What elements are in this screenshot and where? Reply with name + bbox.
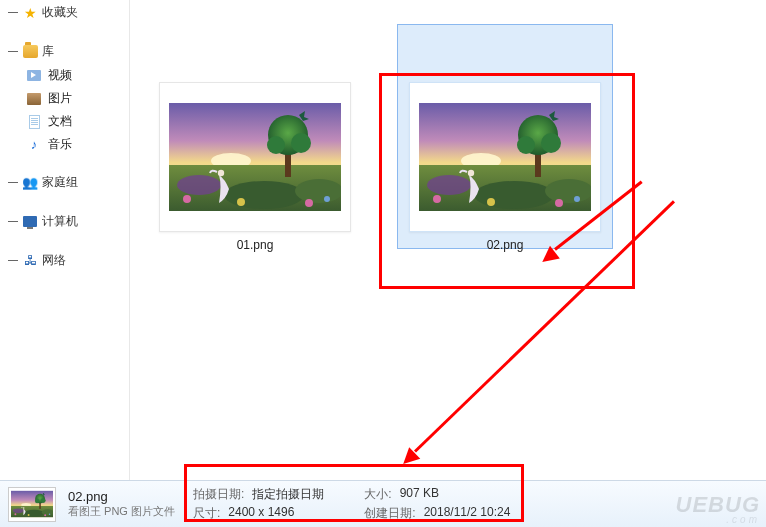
sidebar-computer-header[interactable]: 计算机: [0, 209, 129, 234]
music-icon: ♪: [26, 137, 42, 153]
star-icon: ★: [22, 5, 38, 21]
sidebar-item-videos[interactable]: 视频: [0, 64, 129, 87]
file-thumbnail[interactable]: 02.png: [409, 82, 601, 252]
details-bar: 02.png 看图王 PNG 图片文件 拍摄日期: 指定拍摄日期 大小: 907…: [0, 480, 766, 527]
collapse-icon: [8, 217, 18, 227]
sidebar-homegroup-label: 家庭组: [42, 174, 78, 191]
file-name: 02.png: [409, 238, 601, 252]
picture-icon: [26, 91, 42, 107]
sidebar-item-music[interactable]: ♪ 音乐: [0, 133, 129, 156]
sidebar-library-header[interactable]: 库: [0, 39, 129, 64]
image-preview-small: [11, 490, 53, 518]
meta-label-date-created: 创建日期:: [364, 505, 419, 522]
meta-label-dimensions: 尺寸:: [193, 505, 224, 522]
details-filename: 02.png: [68, 489, 175, 504]
sidebar-computer-label: 计算机: [42, 213, 78, 230]
video-icon: [26, 68, 42, 84]
homegroup-icon: 👥: [22, 175, 38, 191]
collapse-icon: [8, 178, 18, 188]
details-thumbnail[interactable]: [8, 487, 56, 522]
sidebar-item-label: 文档: [48, 113, 72, 130]
sidebar-favorites-label: 收藏夹: [42, 4, 78, 21]
meta-value-dimensions: 2400 x 1496: [228, 505, 294, 522]
file-pane[interactable]: 01.png 02.png: [130, 0, 766, 480]
collapse-icon: [8, 47, 18, 57]
thumbnail-frame: [159, 82, 351, 232]
sidebar-favorites-header[interactable]: ★ 收藏夹: [0, 0, 129, 25]
sidebar-item-pictures[interactable]: 图片: [0, 87, 129, 110]
image-preview: [419, 103, 591, 211]
sidebar-library-label: 库: [42, 43, 54, 60]
meta-label-date-taken: 拍摄日期:: [193, 486, 248, 503]
sidebar-network-header[interactable]: 🖧 网络: [0, 248, 129, 273]
sidebar-homegroup-header[interactable]: 👥 家庭组: [0, 170, 129, 195]
collapse-icon: [8, 8, 18, 18]
file-name: 01.png: [159, 238, 351, 252]
sidebar-network-label: 网络: [42, 252, 66, 269]
sidebar-item-documents[interactable]: 文档: [0, 110, 129, 133]
meta-value-date-taken[interactable]: 指定拍摄日期: [252, 486, 324, 503]
details-filetype: 看图王 PNG 图片文件: [68, 504, 175, 519]
network-icon: 🖧: [22, 253, 38, 269]
library-icon: [22, 44, 38, 60]
sidebar-item-label: 图片: [48, 90, 72, 107]
details-file-primary: 02.png 看图王 PNG 图片文件: [68, 489, 175, 519]
sidebar-item-label: 视频: [48, 67, 72, 84]
meta-value-date-created: 2018/11/2 10:24: [424, 505, 511, 522]
file-thumbnail[interactable]: 01.png: [159, 82, 351, 252]
details-metadata: 拍摄日期: 指定拍摄日期 大小: 907 KB 尺寸: 2400 x 1496 …: [193, 486, 510, 522]
thumbnail-frame: [409, 82, 601, 232]
image-preview: [169, 103, 341, 211]
document-icon: [26, 114, 42, 130]
navigation-sidebar: ★ 收藏夹 库 视频 图片 文档 ♪ 音乐 👥 家庭组: [0, 0, 130, 480]
sidebar-item-label: 音乐: [48, 136, 72, 153]
watermark: UEBUG .com: [676, 492, 760, 525]
meta-label-size: 大小:: [364, 486, 395, 503]
meta-value-size: 907 KB: [400, 486, 439, 503]
collapse-icon: [8, 256, 18, 266]
computer-icon: [22, 214, 38, 230]
